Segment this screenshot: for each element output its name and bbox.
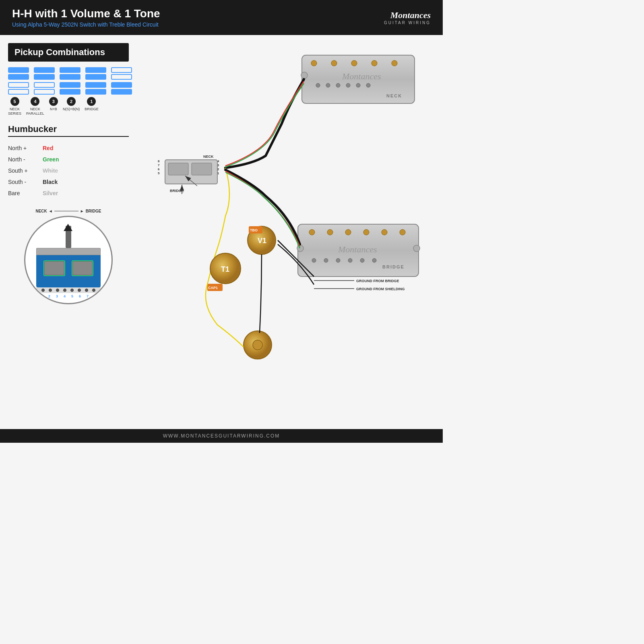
pickup-item-1 (111, 67, 132, 80)
wiring-svg: BRIDGE NECK 8 7 6 5 4 3 2 1 (137, 43, 435, 405)
pickup-bar (34, 82, 55, 88)
svg-rect-17 (302, 55, 415, 103)
neck-pickup: Montances NECK (301, 55, 415, 103)
svg-point-26 (336, 83, 340, 87)
switch-green-highlight-right (72, 260, 93, 276)
pickup-bar (85, 74, 106, 80)
humbucker-section: Humbucker North + Red North - Green Sout… (8, 124, 129, 199)
pickup-label-4: 4 NECKPARALLEL (26, 97, 44, 116)
svg-point-39 (400, 229, 405, 235)
footer: WWW.MONTANCESGUITARWIRING.COM (0, 429, 443, 443)
svg-text:V1: V1 (258, 237, 266, 245)
header-left: H-H with 1 Volume & 1 Tone Using Alpha 5… (12, 7, 160, 28)
svg-rect-0 (165, 160, 217, 184)
svg-point-45 (372, 258, 376, 262)
svg-point-24 (316, 83, 320, 87)
svg-text:5: 5 (158, 171, 160, 175)
pin (70, 289, 74, 292)
pickup-bar (34, 74, 55, 80)
pickup-bar (34, 89, 55, 95)
bridge-pickup: Montances BRIDGE (297, 224, 420, 277)
switch-plate-top (36, 248, 101, 255)
humbucker-row-north-plus: North + Red (8, 142, 129, 154)
switch-diagram: NECK ◄ ► BRIDGE (8, 209, 129, 304)
hum-value-green: Green (43, 154, 59, 165)
bridge-direction-label: BRIDGE (86, 209, 101, 213)
pin-label-3: 3 (56, 294, 58, 298)
svg-text:NECK: NECK (386, 93, 402, 98)
svg-point-47 (297, 245, 303, 252)
switch-green-highlight-left (43, 260, 65, 276)
svg-point-35 (327, 229, 333, 235)
pickup-item-1b (111, 82, 132, 95)
pin-label-1: 1 (41, 294, 43, 298)
pickup-bar (8, 74, 29, 80)
svg-point-28 (356, 83, 360, 87)
svg-point-29 (366, 83, 370, 87)
switch-component-group: BRIDGE NECK 8 7 6 5 4 3 2 1 (158, 155, 219, 194)
diagram-area: BRIDGE NECK 8 7 6 5 4 3 2 1 (137, 43, 435, 405)
switch-bottom (36, 287, 101, 293)
switch-circle: 1 2 3 4 5 6 7 8 (24, 216, 113, 304)
pickup-item-3 (60, 67, 80, 80)
pickup-bar (34, 67, 55, 73)
svg-point-25 (326, 83, 330, 87)
svg-text:1: 1 (217, 171, 219, 175)
pickup-combinations-section: Pickup Combinations (8, 43, 129, 116)
arrow-right-icon: ► (80, 209, 84, 213)
svg-point-57 (244, 331, 272, 359)
pin (41, 289, 45, 292)
arrow-line (54, 211, 78, 211)
footer-url: WWW.MONTANCESGUITARWIRING.COM (163, 433, 280, 439)
svg-point-48 (413, 245, 420, 252)
pickup-bar (8, 67, 29, 73)
pickup-bar (8, 82, 29, 88)
svg-point-42 (336, 258, 340, 262)
svg-text:4: 4 (217, 159, 219, 163)
svg-point-36 (345, 229, 351, 235)
svg-point-51 (210, 253, 241, 284)
logo-text: Montances (384, 10, 431, 21)
pin-label-5: 5 (71, 294, 73, 298)
svg-rect-32 (298, 224, 419, 277)
pin (49, 289, 52, 292)
arrow-left-icon: ◄ (49, 209, 53, 213)
svg-point-20 (331, 60, 337, 66)
pin-label-6: 6 (79, 294, 81, 298)
svg-text:BRIDGE: BRIDGE (382, 264, 405, 269)
svg-rect-2 (192, 163, 212, 175)
svg-text:GROUND FROM BRIDGE: GROUND FROM BRIDGE (356, 279, 399, 283)
pin-label-2: 2 (48, 294, 50, 298)
pickup-item-2 (85, 67, 106, 80)
svg-point-23 (392, 60, 397, 66)
svg-point-41 (324, 258, 328, 262)
svg-text:Montances: Montances (342, 71, 381, 81)
pickup-label-2: 2 N(S)+B(N) (63, 97, 80, 116)
svg-point-31 (301, 72, 308, 78)
pickup-label-text: NECKPARALLEL (26, 107, 44, 116)
left-panel: Pickup Combinations (8, 43, 129, 405)
number-circle-5: 5 (10, 97, 19, 106)
neck-direction-label: NECK (35, 209, 47, 213)
pickup-label-3: 3 N+B (49, 97, 58, 116)
svg-point-49 (248, 226, 276, 254)
hum-value-white: White (43, 165, 58, 176)
svg-text:6: 6 (158, 167, 160, 171)
page-subtitle: Using Alpha 5-Way 2502N Switch with Treb… (12, 21, 160, 28)
svg-text:8: 8 (158, 159, 160, 163)
logo: Montances GUITAR WIRING (384, 10, 431, 25)
pin (85, 289, 88, 292)
humbucker-row-bare: Bare Silver (8, 188, 129, 199)
pickup-bar (60, 82, 80, 88)
pickup-row-2 (8, 82, 129, 95)
svg-point-21 (351, 60, 357, 66)
pickup-bar (111, 74, 132, 80)
number-circle-4: 4 (31, 97, 39, 106)
svg-text:BRIDGE: BRIDGE (170, 189, 184, 193)
pickup-item-5b (8, 82, 29, 95)
page-title: H-H with 1 Volume & 1 Tone (12, 7, 160, 20)
pickup-item-3b (60, 82, 80, 95)
hum-label: North + (8, 142, 36, 154)
pin (56, 289, 59, 292)
switch-toggle-tip (64, 224, 72, 231)
